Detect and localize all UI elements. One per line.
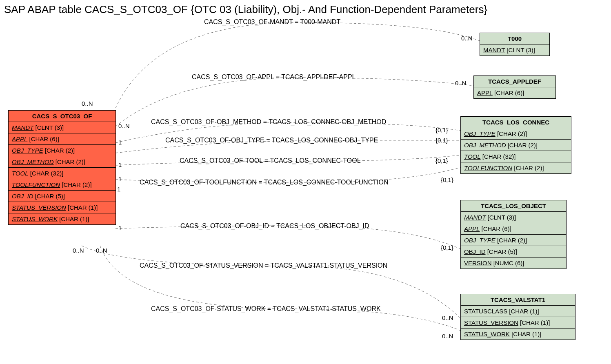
table-row: STATUS_WORK [CHAR (1)] xyxy=(461,328,575,340)
edge-label: CACS_S_OTC03_OF-TOOL = TCACS_LOS_CONNEC-… xyxy=(180,157,361,164)
table-row: OBJ_ID [CHAR (5)] xyxy=(461,246,566,257)
table-row: TOOL [CHAR (32)] xyxy=(461,151,571,162)
cardinality-label: 0..N xyxy=(455,80,467,87)
edge-label: CACS_S_OTC03_OF-STATUS_WORK = TCACS_VALS… xyxy=(151,305,381,313)
table-row: OBJ_TYPE [CHAR (2)] xyxy=(461,235,566,246)
cardinality-label: 1 xyxy=(118,224,122,231)
cardinality-label: 0..N xyxy=(461,35,473,42)
edge-label: CACS_S_OTC03_OF-OBJ_TYPE = TCACS_LOS_CON… xyxy=(165,137,378,144)
cardinality-label: {0,1} xyxy=(441,244,453,251)
table-row: STATUSCLASS [CHAR (1)] xyxy=(461,306,575,317)
cardinality-label: 0..N xyxy=(442,333,453,340)
ref-table-header: TCACS_VALSTAT1 xyxy=(461,294,575,306)
table-row: OBJ_TYPE [CHAR (2)] xyxy=(461,128,571,140)
cardinality-label: 0..N xyxy=(82,100,93,107)
edge-label: CACS_S_OTC03_OF-TOOLFUNCTION = TCACS_LOS… xyxy=(140,179,388,186)
ref-table-appldef: TCACS_APPLDEF APPL [CHAR (6)] xyxy=(473,75,556,99)
table-row: OBJ_TYPE [CHAR (2)] xyxy=(9,145,116,156)
cardinality-label: {0,1} xyxy=(435,127,448,133)
edge-label: CACS_S_OTC03_OF-APPL = TCACS_APPLDEF-APP… xyxy=(192,73,355,81)
main-table: CACS_S_OTC03_OF MANDT [CLNT (3)] APPL [C… xyxy=(8,110,116,225)
table-row: APPL [CHAR (6)] xyxy=(461,223,566,235)
cardinality-label: {0,1} xyxy=(435,157,448,164)
ref-table-t000: T000 MANDT [CLNT (3)] xyxy=(480,33,550,56)
table-row: TOOLFUNCTION [CHAR (2)] xyxy=(9,179,116,191)
ref-table-los-object: TCACS_LOS_OBJECT MANDT [CLNT (3)] APPL [… xyxy=(460,200,567,269)
cardinality-label: {0,1} xyxy=(441,176,453,183)
table-row: APPL [CHAR (6)] xyxy=(474,87,555,98)
table-row: TOOLFUNCTION [CHAR (2)] xyxy=(461,162,571,173)
ref-table-valstat1: TCACS_VALSTAT1 STATUSCLASS [CHAR (1)] ST… xyxy=(460,294,575,340)
ref-table-header: T000 xyxy=(480,33,549,44)
table-row: TOOL [CHAR (32)] xyxy=(9,168,116,179)
table-row: OBJ_METHOD [CHAR (2)] xyxy=(461,140,571,151)
cardinality-label: {0,1} xyxy=(435,137,448,144)
table-row: STATUS_VERSION [CHAR (1)] xyxy=(461,317,575,328)
cardinality-label: 0..N xyxy=(73,247,84,254)
table-row: VERSION [NUMC (6)] xyxy=(461,257,566,269)
edge-label: CACS_S_OTC03_OF-MANDT = T000-MANDT xyxy=(204,18,340,26)
edge-label: CACS_S_OTC03_OF-STATUS_VERSION = TCACS_V… xyxy=(140,262,387,269)
table-row: MANDT [CLNT (3)] xyxy=(480,44,549,55)
cardinality-label: 1 xyxy=(118,161,122,168)
cardinality-label: 0..N xyxy=(442,314,453,321)
table-row: OBJ_METHOD [CHAR (2)] xyxy=(9,156,116,168)
cardinality-label: 1 xyxy=(118,139,122,146)
ref-table-los-connec: TCACS_LOS_CONNEC OBJ_TYPE [CHAR (2)] OBJ… xyxy=(460,116,571,174)
table-row: MANDT [CLNT (3)] xyxy=(461,212,566,223)
ref-table-header: TCACS_LOS_OBJECT xyxy=(461,200,566,212)
table-row: STATUS_WORK [CHAR (1)] xyxy=(9,213,116,224)
table-row: MANDT [CLNT (3)] xyxy=(9,122,116,133)
page-title: SAP ABAP table CACS_S_OTC03_OF {OTC 03 (… xyxy=(4,3,487,16)
cardinality-label: 0..N xyxy=(96,247,107,254)
cardinality-label: 0..N xyxy=(118,122,130,129)
ref-table-header: TCACS_APPLDEF xyxy=(474,76,555,87)
table-row: STATUS_VERSION [CHAR (1)] xyxy=(9,202,116,213)
edge-label: CACS_S_OTC03_OF-OBJ_ID = TCACS_LOS_OBJEC… xyxy=(180,222,369,230)
table-row: OBJ_ID [CHAR (5)] xyxy=(9,191,116,202)
table-row: APPL [CHAR (6)] xyxy=(9,133,116,145)
main-table-header: CACS_S_OTC03_OF xyxy=(9,111,116,122)
cardinality-label: 1 xyxy=(117,186,120,193)
edge-label: CACS_S_OTC03_OF-OBJ_METHOD = TCACS_LOS_C… xyxy=(151,118,386,126)
ref-table-header: TCACS_LOS_CONNEC xyxy=(461,117,571,128)
cardinality-label: 1 xyxy=(118,175,122,182)
